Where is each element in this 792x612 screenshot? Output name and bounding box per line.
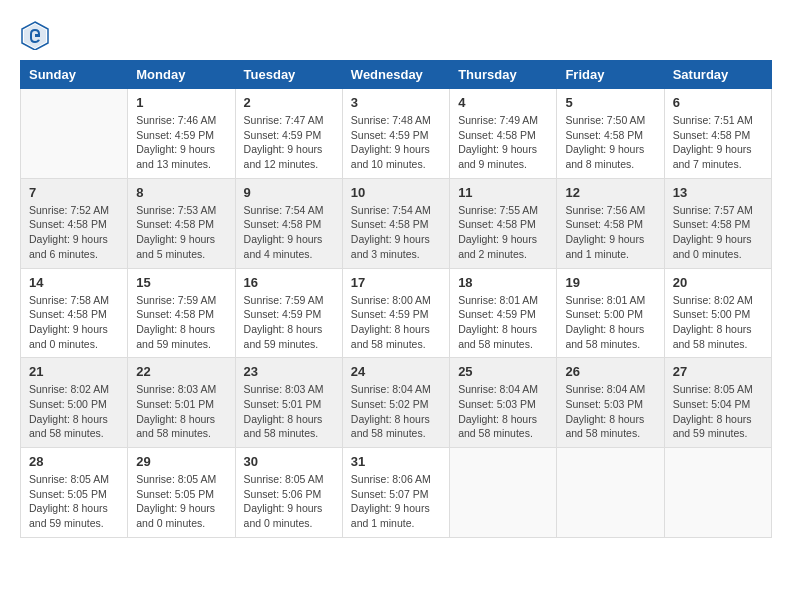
calendar-cell: 29Sunrise: 8:05 AMSunset: 5:05 PMDayligh… bbox=[128, 448, 235, 538]
day-header-saturday: Saturday bbox=[664, 61, 771, 89]
calendar-cell: 5Sunrise: 7:50 AMSunset: 4:58 PMDaylight… bbox=[557, 89, 664, 179]
calendar-cell bbox=[21, 89, 128, 179]
day-number: 15 bbox=[136, 275, 226, 290]
calendar-cell: 10Sunrise: 7:54 AMSunset: 4:58 PMDayligh… bbox=[342, 178, 449, 268]
calendar-cell: 18Sunrise: 8:01 AMSunset: 4:59 PMDayligh… bbox=[450, 268, 557, 358]
day-number: 26 bbox=[565, 364, 655, 379]
day-info: Sunrise: 7:49 AMSunset: 4:58 PMDaylight:… bbox=[458, 113, 548, 172]
day-info: Sunrise: 8:02 AMSunset: 5:00 PMDaylight:… bbox=[673, 293, 763, 352]
day-header-tuesday: Tuesday bbox=[235, 61, 342, 89]
calendar-cell: 19Sunrise: 8:01 AMSunset: 5:00 PMDayligh… bbox=[557, 268, 664, 358]
calendar-cell: 21Sunrise: 8:02 AMSunset: 5:00 PMDayligh… bbox=[21, 358, 128, 448]
day-info: Sunrise: 7:55 AMSunset: 4:58 PMDaylight:… bbox=[458, 203, 548, 262]
day-info: Sunrise: 8:00 AMSunset: 4:59 PMDaylight:… bbox=[351, 293, 441, 352]
calendar-cell bbox=[557, 448, 664, 538]
calendar-cell: 9Sunrise: 7:54 AMSunset: 4:58 PMDaylight… bbox=[235, 178, 342, 268]
calendar-cell: 28Sunrise: 8:05 AMSunset: 5:05 PMDayligh… bbox=[21, 448, 128, 538]
day-info: Sunrise: 7:48 AMSunset: 4:59 PMDaylight:… bbox=[351, 113, 441, 172]
day-number: 6 bbox=[673, 95, 763, 110]
calendar-cell bbox=[664, 448, 771, 538]
day-header-thursday: Thursday bbox=[450, 61, 557, 89]
day-number: 24 bbox=[351, 364, 441, 379]
day-number: 12 bbox=[565, 185, 655, 200]
day-number: 1 bbox=[136, 95, 226, 110]
day-number: 3 bbox=[351, 95, 441, 110]
calendar-week-row: 21Sunrise: 8:02 AMSunset: 5:00 PMDayligh… bbox=[21, 358, 772, 448]
calendar-cell: 3Sunrise: 7:48 AMSunset: 4:59 PMDaylight… bbox=[342, 89, 449, 179]
day-number: 28 bbox=[29, 454, 119, 469]
calendar-week-row: 1Sunrise: 7:46 AMSunset: 4:59 PMDaylight… bbox=[21, 89, 772, 179]
calendar-cell: 13Sunrise: 7:57 AMSunset: 4:58 PMDayligh… bbox=[664, 178, 771, 268]
day-number: 9 bbox=[244, 185, 334, 200]
calendar-week-row: 7Sunrise: 7:52 AMSunset: 4:58 PMDaylight… bbox=[21, 178, 772, 268]
day-info: Sunrise: 8:06 AMSunset: 5:07 PMDaylight:… bbox=[351, 472, 441, 531]
day-number: 14 bbox=[29, 275, 119, 290]
calendar-cell: 20Sunrise: 8:02 AMSunset: 5:00 PMDayligh… bbox=[664, 268, 771, 358]
day-info: Sunrise: 7:50 AMSunset: 4:58 PMDaylight:… bbox=[565, 113, 655, 172]
day-header-monday: Monday bbox=[128, 61, 235, 89]
calendar-cell: 30Sunrise: 8:05 AMSunset: 5:06 PMDayligh… bbox=[235, 448, 342, 538]
day-number: 4 bbox=[458, 95, 548, 110]
day-info: Sunrise: 7:47 AMSunset: 4:59 PMDaylight:… bbox=[244, 113, 334, 172]
day-number: 19 bbox=[565, 275, 655, 290]
calendar-cell: 15Sunrise: 7:59 AMSunset: 4:58 PMDayligh… bbox=[128, 268, 235, 358]
day-info: Sunrise: 7:56 AMSunset: 4:58 PMDaylight:… bbox=[565, 203, 655, 262]
day-info: Sunrise: 7:53 AMSunset: 4:58 PMDaylight:… bbox=[136, 203, 226, 262]
calendar-cell: 27Sunrise: 8:05 AMSunset: 5:04 PMDayligh… bbox=[664, 358, 771, 448]
calendar-cell: 8Sunrise: 7:53 AMSunset: 4:58 PMDaylight… bbox=[128, 178, 235, 268]
day-number: 13 bbox=[673, 185, 763, 200]
day-number: 22 bbox=[136, 364, 226, 379]
calendar-week-row: 28Sunrise: 8:05 AMSunset: 5:05 PMDayligh… bbox=[21, 448, 772, 538]
day-number: 2 bbox=[244, 95, 334, 110]
calendar-header-row: SundayMondayTuesdayWednesdayThursdayFrid… bbox=[21, 61, 772, 89]
calendar-cell: 31Sunrise: 8:06 AMSunset: 5:07 PMDayligh… bbox=[342, 448, 449, 538]
calendar-cell: 2Sunrise: 7:47 AMSunset: 4:59 PMDaylight… bbox=[235, 89, 342, 179]
day-number: 25 bbox=[458, 364, 548, 379]
day-info: Sunrise: 7:58 AMSunset: 4:58 PMDaylight:… bbox=[29, 293, 119, 352]
day-info: Sunrise: 8:05 AMSunset: 5:06 PMDaylight:… bbox=[244, 472, 334, 531]
logo-icon bbox=[20, 20, 50, 50]
day-info: Sunrise: 7:51 AMSunset: 4:58 PMDaylight:… bbox=[673, 113, 763, 172]
day-info: Sunrise: 8:05 AMSunset: 5:04 PMDaylight:… bbox=[673, 382, 763, 441]
calendar-week-row: 14Sunrise: 7:58 AMSunset: 4:58 PMDayligh… bbox=[21, 268, 772, 358]
calendar-cell: 7Sunrise: 7:52 AMSunset: 4:58 PMDaylight… bbox=[21, 178, 128, 268]
calendar-cell: 6Sunrise: 7:51 AMSunset: 4:58 PMDaylight… bbox=[664, 89, 771, 179]
logo bbox=[20, 20, 54, 50]
day-number: 20 bbox=[673, 275, 763, 290]
day-info: Sunrise: 7:59 AMSunset: 4:59 PMDaylight:… bbox=[244, 293, 334, 352]
day-header-friday: Friday bbox=[557, 61, 664, 89]
day-info: Sunrise: 8:05 AMSunset: 5:05 PMDaylight:… bbox=[29, 472, 119, 531]
calendar-cell: 24Sunrise: 8:04 AMSunset: 5:02 PMDayligh… bbox=[342, 358, 449, 448]
day-info: Sunrise: 7:46 AMSunset: 4:59 PMDaylight:… bbox=[136, 113, 226, 172]
day-info: Sunrise: 7:54 AMSunset: 4:58 PMDaylight:… bbox=[351, 203, 441, 262]
day-number: 17 bbox=[351, 275, 441, 290]
day-info: Sunrise: 8:04 AMSunset: 5:03 PMDaylight:… bbox=[458, 382, 548, 441]
day-number: 11 bbox=[458, 185, 548, 200]
day-number: 7 bbox=[29, 185, 119, 200]
calendar-cell: 1Sunrise: 7:46 AMSunset: 4:59 PMDaylight… bbox=[128, 89, 235, 179]
calendar-cell: 25Sunrise: 8:04 AMSunset: 5:03 PMDayligh… bbox=[450, 358, 557, 448]
day-header-wednesday: Wednesday bbox=[342, 61, 449, 89]
day-number: 5 bbox=[565, 95, 655, 110]
day-number: 29 bbox=[136, 454, 226, 469]
calendar-cell: 4Sunrise: 7:49 AMSunset: 4:58 PMDaylight… bbox=[450, 89, 557, 179]
calendar-table: SundayMondayTuesdayWednesdayThursdayFrid… bbox=[20, 60, 772, 538]
day-info: Sunrise: 8:04 AMSunset: 5:02 PMDaylight:… bbox=[351, 382, 441, 441]
calendar-cell: 17Sunrise: 8:00 AMSunset: 4:59 PMDayligh… bbox=[342, 268, 449, 358]
day-number: 21 bbox=[29, 364, 119, 379]
day-info: Sunrise: 8:01 AMSunset: 5:00 PMDaylight:… bbox=[565, 293, 655, 352]
day-number: 23 bbox=[244, 364, 334, 379]
day-number: 8 bbox=[136, 185, 226, 200]
day-info: Sunrise: 8:03 AMSunset: 5:01 PMDaylight:… bbox=[136, 382, 226, 441]
calendar-cell bbox=[450, 448, 557, 538]
day-info: Sunrise: 7:52 AMSunset: 4:58 PMDaylight:… bbox=[29, 203, 119, 262]
day-info: Sunrise: 7:57 AMSunset: 4:58 PMDaylight:… bbox=[673, 203, 763, 262]
day-info: Sunrise: 8:02 AMSunset: 5:00 PMDaylight:… bbox=[29, 382, 119, 441]
day-info: Sunrise: 8:03 AMSunset: 5:01 PMDaylight:… bbox=[244, 382, 334, 441]
day-info: Sunrise: 7:54 AMSunset: 4:58 PMDaylight:… bbox=[244, 203, 334, 262]
day-number: 31 bbox=[351, 454, 441, 469]
day-number: 16 bbox=[244, 275, 334, 290]
page-header bbox=[20, 20, 772, 50]
day-number: 18 bbox=[458, 275, 548, 290]
calendar-cell: 11Sunrise: 7:55 AMSunset: 4:58 PMDayligh… bbox=[450, 178, 557, 268]
